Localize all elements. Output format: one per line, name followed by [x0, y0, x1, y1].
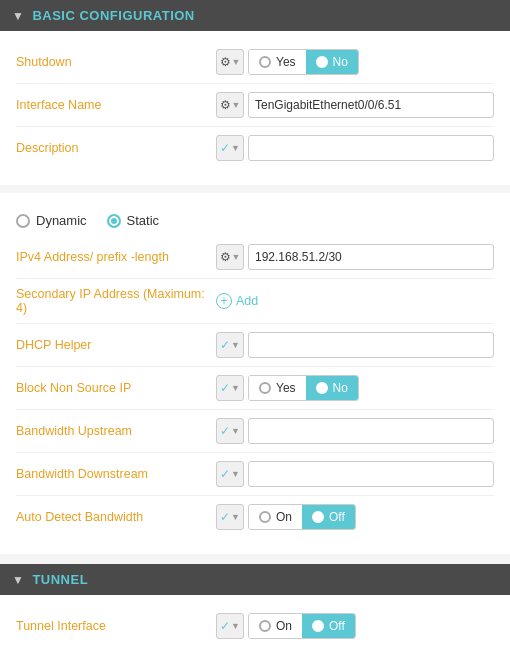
tunnel-interface-label: Tunnel Interface [16, 619, 216, 633]
check-icon7: ✓ [220, 619, 230, 633]
bandwidth-downstream-row: Bandwidth Downstream ✓ ▼ [16, 453, 494, 496]
tunnel-chevron-icon[interactable]: ▼ [12, 573, 24, 587]
block-no-radio [316, 382, 328, 394]
tunnel-off-radio [312, 620, 324, 632]
block-non-source-label: Block Non Source IP [16, 381, 216, 395]
shutdown-controls: ⚙ ▼ Yes No [216, 49, 494, 75]
tunnel-form: Tunnel Interface ✓ ▼ On Off [0, 595, 510, 659]
bandwidth-downstream-controls: ✓ ▼ [216, 461, 494, 487]
interface-settings-btn[interactable]: ⚙ ▼ [216, 92, 244, 118]
interface-name-input[interactable] [248, 92, 494, 118]
add-label: Add [236, 294, 258, 308]
auto-detect-on-option[interactable]: On [249, 505, 302, 529]
tunnel-on-label: On [276, 619, 292, 633]
dynamic-mode-option[interactable]: Dynamic [16, 213, 87, 228]
caret-icon6: ▼ [231, 383, 240, 393]
tunnel-interface-controls: ✓ ▼ On Off [216, 613, 494, 639]
ipv4-settings-btn[interactable]: ⚙ ▼ [216, 244, 244, 270]
bw-up-settings-btn[interactable]: ✓ ▼ [216, 418, 244, 444]
section-gap-2 [0, 554, 510, 564]
basic-config-header: ▼ BASIC CONFIGURATION [0, 0, 510, 31]
bandwidth-downstream-input[interactable] [248, 461, 494, 487]
check-icon4: ✓ [220, 424, 230, 438]
dhcp-helper-row: DHCP Helper ✓ ▼ [16, 324, 494, 367]
shutdown-yes-option[interactable]: Yes [249, 50, 306, 74]
check-icon6: ✓ [220, 510, 230, 524]
block-no-label: No [333, 381, 348, 395]
basic-config-title: BASIC CONFIGURATION [32, 8, 194, 23]
bandwidth-upstream-row: Bandwidth Upstream ✓ ▼ [16, 410, 494, 453]
auto-detect-off-label: Off [329, 510, 345, 524]
ipv4-controls: ⚙ ▼ [216, 244, 494, 270]
section-gap-1 [0, 185, 510, 193]
bw-down-settings-btn[interactable]: ✓ ▼ [216, 461, 244, 487]
ipv4-label: IPv4 Address/ prefix -length [16, 250, 216, 264]
dhcp-settings-btn[interactable]: ✓ ▼ [216, 332, 244, 358]
secondary-ip-row: Secondary IP Address (Maximum: 4) + Add [16, 279, 494, 324]
tunnel-on-option[interactable]: On [249, 614, 302, 638]
tunnel-title: TUNNEL [32, 572, 88, 587]
description-controls: ✓ ▼ [216, 135, 494, 161]
secondary-ip-label: Secondary IP Address (Maximum: 4) [16, 287, 216, 315]
dhcp-helper-controls: ✓ ▼ [216, 332, 494, 358]
caret-icon7: ▼ [231, 426, 240, 436]
block-yes-label: Yes [276, 381, 296, 395]
block-non-source-row: Block Non Source IP ✓ ▼ Yes No [16, 367, 494, 410]
chevron-icon[interactable]: ▼ [12, 9, 24, 23]
bandwidth-upstream-label: Bandwidth Upstream [16, 424, 216, 438]
dynamic-radio [16, 214, 30, 228]
interface-name-controls: ⚙ ▼ [216, 92, 494, 118]
ip-config-section: Dynamic Static IPv4 Address/ prefix -len… [0, 193, 510, 554]
auto-detect-controls: ✓ ▼ On Off [216, 504, 494, 530]
check-icon5: ✓ [220, 467, 230, 481]
add-secondary-ip-btn[interactable]: + Add [216, 293, 258, 309]
auto-detect-settings-btn[interactable]: ✓ ▼ [216, 504, 244, 530]
block-no-option[interactable]: No [306, 376, 358, 400]
auto-detect-label: Auto Detect Bandwidth [16, 510, 216, 524]
caret-icon: ▼ [232, 57, 241, 67]
description-input[interactable] [248, 135, 494, 161]
caret-icon5: ▼ [231, 340, 240, 350]
description-row: Description ✓ ▼ [16, 127, 494, 169]
dhcp-helper-input[interactable] [248, 332, 494, 358]
auto-detect-off-option[interactable]: Off [302, 505, 355, 529]
check-icon3: ✓ [220, 381, 230, 395]
shutdown-yes-label: Yes [276, 55, 296, 69]
caret-icon3: ▼ [231, 143, 240, 153]
tunnel-interface-toggle: On Off [248, 613, 356, 639]
bandwidth-downstream-label: Bandwidth Downstream [16, 467, 216, 481]
block-toggle: Yes No [248, 375, 359, 401]
shutdown-no-option[interactable]: No [306, 50, 358, 74]
auto-detect-row: Auto Detect Bandwidth ✓ ▼ On Off [16, 496, 494, 538]
caret-icon8: ▼ [231, 469, 240, 479]
shutdown-no-radio [316, 56, 328, 68]
tunnel-settings-btn[interactable]: ✓ ▼ [216, 613, 244, 639]
static-radio [107, 214, 121, 228]
auto-detect-on-radio [259, 511, 271, 523]
shutdown-no-label: No [333, 55, 348, 69]
ipv4-row: IPv4 Address/ prefix -length ⚙ ▼ [16, 236, 494, 279]
block-yes-option[interactable]: Yes [249, 376, 306, 400]
check-icon2: ✓ [220, 338, 230, 352]
description-settings-btn[interactable]: ✓ ▼ [216, 135, 244, 161]
shutdown-yes-radio [259, 56, 271, 68]
settings-icon: ⚙ [220, 55, 231, 69]
shutdown-settings-btn[interactable]: ⚙ ▼ [216, 49, 244, 75]
block-non-source-controls: ✓ ▼ Yes No [216, 375, 494, 401]
tunnel-header: ▼ TUNNEL [0, 564, 510, 595]
bandwidth-upstream-input[interactable] [248, 418, 494, 444]
basic-config-form: Shutdown ⚙ ▼ Yes No Interface Name [0, 31, 510, 185]
mode-row: Dynamic Static [16, 203, 494, 236]
interface-name-row: Interface Name ⚙ ▼ [16, 84, 494, 127]
tunnel-on-radio [259, 620, 271, 632]
ipv4-input[interactable] [248, 244, 494, 270]
caret-icon10: ▼ [231, 621, 240, 631]
settings-icon3: ⚙ [220, 250, 231, 264]
auto-detect-on-label: On [276, 510, 292, 524]
tunnel-off-option[interactable]: Off [302, 614, 355, 638]
tunnel-interface-row: Tunnel Interface ✓ ▼ On Off [16, 605, 494, 647]
add-icon: + [216, 293, 232, 309]
settings-icon2: ⚙ [220, 98, 231, 112]
static-mode-option[interactable]: Static [107, 213, 160, 228]
block-settings-btn[interactable]: ✓ ▼ [216, 375, 244, 401]
